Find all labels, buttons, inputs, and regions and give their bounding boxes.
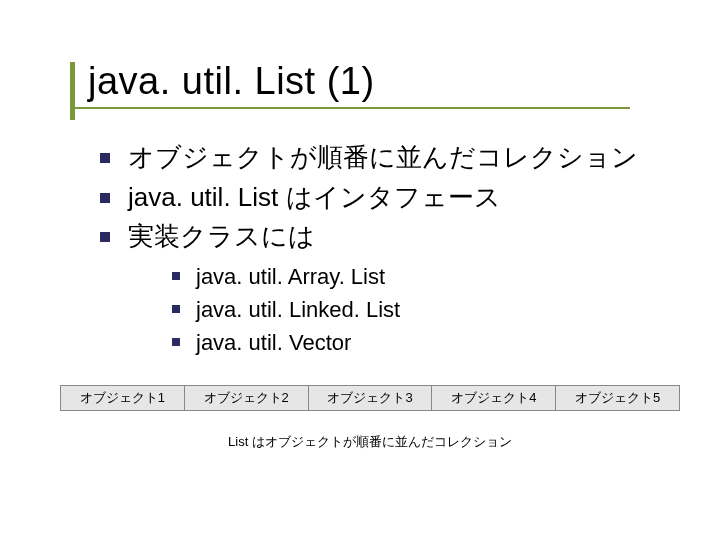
main-bullet-list: オブジェクトが順番に並んだコレクション java. util. List はイン…	[70, 139, 680, 359]
diagram-caption: List はオブジェクトが順番に並んだコレクション	[60, 433, 680, 451]
title-block: java. util. List (1)	[70, 60, 680, 109]
sub-bullet-text: java. util. Array. List	[196, 264, 385, 289]
diagram-row: オブジェクト1 オブジェクト2 オブジェクト3 オブジェクト4 オブジェクト5	[60, 385, 680, 411]
bullet-item: java. util. List はインタフェース	[100, 179, 680, 217]
diagram-cell: オブジェクト2	[185, 385, 309, 411]
diagram-cell: オブジェクト3	[309, 385, 433, 411]
sub-bullet-item: java. util. Array. List	[172, 260, 680, 293]
bullet-item: オブジェクトが順番に並んだコレクション	[100, 139, 680, 177]
list-diagram: オブジェクト1 オブジェクト2 オブジェクト3 オブジェクト4 オブジェクト5 …	[60, 385, 680, 451]
diagram-cell: オブジェクト5	[556, 385, 680, 411]
sub-bullet-text: java. util. Vector	[196, 330, 351, 355]
sub-bullet-text: java. util. Linked. List	[196, 297, 400, 322]
title-accent-vertical	[70, 62, 75, 120]
bullet-text: 実装クラスには	[128, 221, 315, 251]
bullet-text: オブジェクトが順番に並んだコレクション	[128, 142, 638, 172]
sub-bullet-item: java. util. Linked. List	[172, 293, 680, 326]
slide: java. util. List (1) オブジェクトが順番に並んだコレクション…	[0, 0, 720, 540]
diagram-cell: オブジェクト4	[432, 385, 556, 411]
slide-title: java. util. List (1)	[70, 60, 680, 109]
bullet-text: java. util. List はインタフェース	[128, 182, 501, 212]
sub-bullet-item: java. util. Vector	[172, 326, 680, 359]
sub-bullet-list: java. util. Array. List java. util. Link…	[128, 260, 680, 359]
bullet-item: 実装クラスには java. util. Array. List java. ut…	[100, 218, 680, 359]
diagram-cell: オブジェクト1	[60, 385, 185, 411]
title-accent-horizontal	[70, 107, 630, 109]
